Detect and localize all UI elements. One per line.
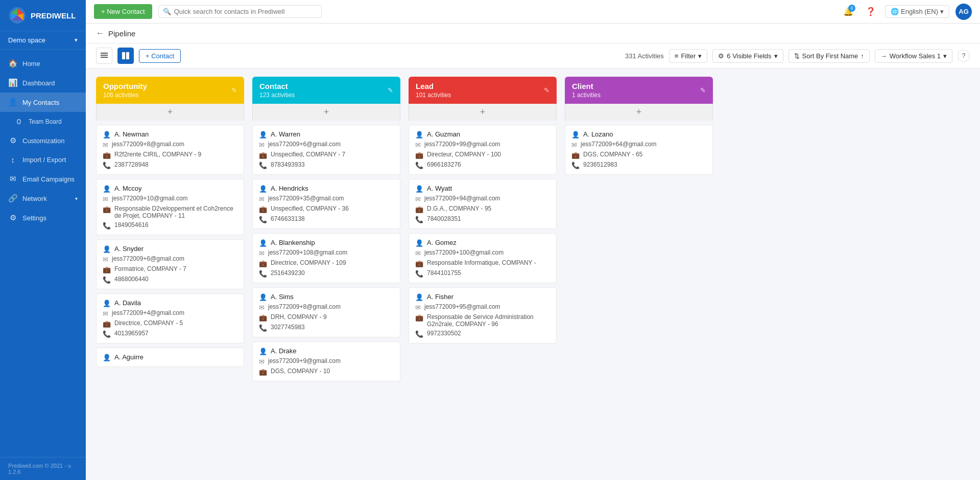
help-button[interactable]: ❓ bbox=[863, 4, 879, 20]
filter-button[interactable]: ≡ Filter ▾ bbox=[669, 49, 707, 63]
card-email: jess772009+6@gmail.com bbox=[268, 141, 341, 148]
contact-card[interactable]: 👤 A. Davila ✉ jess772009+4@gmail.com 💼 D… bbox=[96, 293, 244, 344]
card-name: A. Blankenship bbox=[271, 239, 315, 246]
card-name-row: 👤 A. Davila bbox=[103, 299, 237, 307]
column-add-contact[interactable]: + bbox=[252, 104, 400, 121]
contact-card[interactable]: 👤 A. Fisher ✉ jess772009+95@gmail.com 💼 … bbox=[409, 287, 557, 344]
card-name: A. Fisher bbox=[427, 293, 453, 301]
sidebar-item-email-campaigns[interactable]: ✉ Email Campaigns bbox=[0, 169, 86, 189]
sidebar-item-settings-label: Settings bbox=[22, 214, 46, 222]
new-contact-button[interactable]: + New Contact bbox=[94, 4, 152, 19]
card-phone-row: 📞 2516439230 bbox=[259, 269, 394, 278]
workflow-button[interactable]: → Workflow Sales 1 ▾ bbox=[875, 49, 952, 63]
contact-card[interactable]: 👤 A. Warren ✉ jess772009+6@gmail.com 💼 U… bbox=[252, 125, 400, 175]
column-header-info-lead: Lead 101 activities bbox=[416, 82, 451, 99]
contact-card[interactable]: 👤 A. Blankenship ✉ jess772009+108@gmail.… bbox=[252, 233, 400, 283]
card-name: A. Wyatt bbox=[427, 185, 452, 192]
card-phone: 4013965957 bbox=[114, 330, 149, 337]
sort-button[interactable]: ⇅ Sort By First Name ↑ bbox=[788, 49, 870, 63]
sidebar-item-dashboard[interactable]: 📊 Dashboard bbox=[0, 73, 86, 93]
sidebar-item-customization[interactable]: ⚙ Customization bbox=[0, 131, 86, 150]
contact-card[interactable]: 👤 A. Guzman ✉ jess772009+99@gmail.com 💼 … bbox=[409, 125, 557, 175]
contact-card[interactable]: 👤 A. Lozano ✉ jess772009+64@gmail.com 💼 … bbox=[565, 125, 713, 175]
sidebar-item-network[interactable]: 🔗 Network ▾ bbox=[0, 189, 86, 208]
board-help-button[interactable]: ? bbox=[958, 50, 970, 62]
contact-card[interactable]: 👤 A. Snyder ✉ jess772009+6@gmail.com 💼 F… bbox=[96, 239, 244, 289]
card-company-row: 💼 Responsable D2veloppement et Coh2rence… bbox=[103, 205, 237, 219]
logo-text: PREDIWELL bbox=[31, 11, 76, 20]
person-icon: 👤 bbox=[571, 131, 580, 139]
column-activities-client: 1 activities bbox=[572, 92, 601, 99]
column-header-info-contact: Contact 123 activities bbox=[259, 82, 295, 99]
column-edit-icon-contact[interactable]: ✎ bbox=[388, 86, 393, 94]
contact-card[interactable]: 👤 A. Sims ✉ jess772009+8@gmail.com 💼 DRH… bbox=[252, 287, 400, 337]
column-add-client[interactable]: + bbox=[565, 104, 713, 121]
card-email-row: ✉ jess772009+8@gmail.com bbox=[259, 303, 394, 311]
sidebar-item-team-board[interactable]: 0 Team Board bbox=[0, 112, 86, 131]
sidebar-item-dashboard-label: Dashboard bbox=[22, 79, 55, 87]
card-company-row: 💼 DGS, COMPANY - 65 bbox=[571, 151, 706, 159]
svg-rect-3 bbox=[101, 57, 108, 58]
column-header-contact: Contact 123 activities ✎ bbox=[252, 77, 400, 104]
language-button[interactable]: 🌐 English (EN) ▾ bbox=[885, 5, 949, 18]
add-contact-button[interactable]: + Contact bbox=[139, 49, 181, 63]
contact-card[interactable]: 👤 A. Wyatt ✉ jess772009+94@gmail.com 💼 D… bbox=[409, 179, 557, 229]
person-icon: 👤 bbox=[103, 354, 111, 361]
contact-card[interactable]: 👤 A. Gomez ✉ jess772009+100@gmail.com 💼 … bbox=[409, 233, 557, 283]
demo-space-button[interactable]: Demo space ▾ bbox=[0, 31, 86, 50]
card-name-row: 👤 A. Lozano bbox=[571, 130, 706, 139]
sidebar-item-import-export[interactable]: ↕ Import / Export bbox=[0, 150, 86, 169]
notification-button[interactable]: 🔔 0 bbox=[840, 4, 856, 20]
card-email: jess772009+35@gmail.com bbox=[268, 195, 344, 202]
contact-card[interactable]: 👤 A. Hendricks ✉ jess772009+35@gmail.com… bbox=[252, 179, 400, 229]
sidebar-item-my-contacts[interactable]: 👤 My Contacts bbox=[0, 93, 86, 112]
card-email-row: ✉ jess772009+6@gmail.com bbox=[103, 255, 237, 263]
column-add-lead[interactable]: + bbox=[409, 104, 557, 121]
card-email-row: ✉ jess772009+94@gmail.com bbox=[415, 195, 550, 203]
card-phone-row: 📞 6966183276 bbox=[415, 161, 550, 169]
sidebar-item-home[interactable]: 🏠 Home bbox=[0, 54, 86, 73]
column-edit-icon-lead[interactable]: ✎ bbox=[544, 86, 549, 94]
card-email: jess772009+4@gmail.com bbox=[112, 309, 184, 316]
list-view-button[interactable] bbox=[96, 48, 112, 64]
search-input[interactable] bbox=[174, 8, 317, 15]
card-phone-row: 📞 7840028351 bbox=[415, 215, 550, 223]
column-add-opportunity[interactable]: + bbox=[96, 104, 244, 121]
column-edit-icon-client[interactable]: ✎ bbox=[700, 86, 706, 94]
contact-card[interactable]: 👤 A. Drake ✉ jess772009+9@gmail.com 💼 DG… bbox=[252, 341, 400, 381]
contact-card[interactable]: 👤 A. Newman ✉ jess772009+8@gmail.com 💼 R… bbox=[96, 125, 244, 175]
card-phone: 9972330502 bbox=[427, 330, 461, 337]
column-edit-icon-opportunity[interactable]: ✎ bbox=[231, 86, 237, 94]
sidebar-item-settings[interactable]: ⚙ Settings bbox=[0, 208, 86, 227]
card-name: A. Mccoy bbox=[114, 185, 141, 192]
filter-icon: ≡ bbox=[675, 52, 679, 60]
back-button[interactable]: ← bbox=[96, 29, 104, 38]
sort-arrow-icon: ↑ bbox=[861, 52, 864, 60]
briefcase-icon: 💼 bbox=[103, 320, 111, 328]
language-label: English (EN) bbox=[901, 8, 938, 15]
email-icon: ✉ bbox=[8, 174, 17, 184]
contact-card[interactable]: 👤 A. Mccoy ✉ jess772009+10@gmail.com 💼 R… bbox=[96, 179, 244, 235]
visible-fields-button[interactable]: ⚙ 6 Visible Fields ▾ bbox=[712, 49, 783, 63]
import-export-icon: ↕ bbox=[8, 155, 17, 164]
column-cards-opportunity: 👤 A. Newman ✉ jess772009+8@gmail.com 💼 R… bbox=[96, 121, 244, 472]
card-name: A. Newman bbox=[114, 130, 149, 138]
board-view-button[interactable] bbox=[117, 48, 134, 64]
card-email: jess772009+94@gmail.com bbox=[424, 195, 500, 202]
chevron-down-icon-filter: ▾ bbox=[698, 52, 702, 60]
briefcase-icon: 💼 bbox=[103, 205, 111, 213]
globe-icon: 🌐 bbox=[891, 8, 899, 15]
briefcase-icon: 💼 bbox=[415, 151, 423, 159]
card-phone-row: 📞 9236512983 bbox=[571, 161, 706, 169]
card-name: A. Guzman bbox=[427, 130, 460, 138]
card-name: A. Lozano bbox=[583, 130, 613, 138]
card-email-row: ✉ jess772009+4@gmail.com bbox=[103, 309, 237, 317]
briefcase-icon: 💼 bbox=[259, 314, 267, 322]
person-icon: 👤 bbox=[415, 185, 423, 193]
contact-card[interactable]: 👤 A. Aguirre bbox=[96, 348, 244, 367]
phone-icon: 📞 bbox=[415, 162, 423, 169]
breadcrumb-title: Pipeline bbox=[108, 29, 135, 38]
card-phone-row: 📞 1849054616 bbox=[103, 221, 237, 230]
avatar-button[interactable]: AG bbox=[955, 4, 972, 20]
column-activities-contact: 123 activities bbox=[259, 92, 295, 99]
